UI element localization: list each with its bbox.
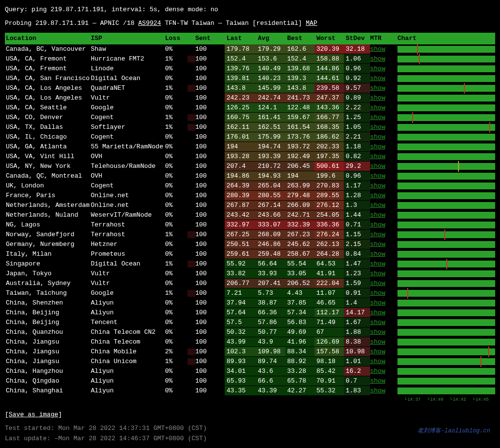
mtr-show-link[interactable]: show <box>370 123 385 131</box>
location-cell: NG, Lagos <box>5 220 91 230</box>
worst-cell: 500.61 <box>314 162 344 171</box>
last-cell: 57.5 <box>225 318 256 327</box>
last-cell: 242.23 <box>225 93 256 103</box>
location-cell: Taiwan, Taichung <box>5 288 91 298</box>
mtr-show-link[interactable]: show <box>370 221 385 228</box>
mtr-show-link[interactable]: show <box>370 231 385 238</box>
chart-bar <box>397 56 495 62</box>
hdr-loss: Loss <box>165 34 188 43</box>
mtr-show-link[interactable]: show <box>370 250 385 258</box>
avg-cell: 175.99 <box>256 132 285 142</box>
mtr-show-link[interactable]: show <box>370 45 385 53</box>
mtr-show-link[interactable]: show <box>370 153 385 160</box>
save-as-image-link[interactable]: Save as image <box>9 411 58 418</box>
mtr-show-link[interactable]: show <box>370 289 385 297</box>
as-link[interactable]: AS9924 <box>138 20 161 27</box>
mtr-show-link[interactable]: show <box>370 133 385 141</box>
chart-cell <box>397 329 495 336</box>
mtr-cell: show <box>370 386 395 396</box>
mtr-show-link[interactable]: show <box>370 348 385 355</box>
sent-cell: 100 <box>195 298 225 308</box>
last-cell: 89.93 <box>225 357 256 367</box>
avg-cell: 246.86 <box>256 240 285 249</box>
location-cell: China, Shenzhen <box>5 298 91 308</box>
chart-spike <box>417 44 418 55</box>
hdr-sent: Sent <box>195 34 225 43</box>
mtr-cell: show <box>370 171 395 181</box>
mtr-show-link[interactable]: show <box>370 182 385 189</box>
isp-cell: Vultr <box>91 279 165 288</box>
avg-cell: 259.48 <box>256 249 285 259</box>
isp-cell: QuadraNET <box>91 83 165 93</box>
sent-cell: 100 <box>195 162 225 171</box>
mtr-show-link[interactable]: show <box>370 338 385 346</box>
mtr-show-link[interactable]: show <box>370 270 385 277</box>
mtr-show-link[interactable]: show <box>370 104 385 111</box>
mtr-cell: show <box>370 298 395 308</box>
mtr-show-link[interactable]: show <box>370 163 385 170</box>
sent-cell: 100 <box>195 210 225 220</box>
stdev-cell: 1.01 <box>344 357 370 367</box>
mtr-show-link[interactable]: show <box>370 309 385 316</box>
table-row: USA, CO, DenverCogent1%100160.75161.4115… <box>5 113 495 122</box>
worst-cell: 239.58 <box>314 83 344 93</box>
mtr-show-link[interactable]: show <box>370 65 385 72</box>
mtr-show-link[interactable]: show <box>370 143 385 150</box>
worst-cell: 247.37 <box>314 93 344 103</box>
isp-cell: Cogent <box>91 132 165 142</box>
loss-cell: 0% <box>165 181 188 191</box>
mtr-show-link[interactable]: show <box>370 75 385 82</box>
mtr-show-link[interactable]: show <box>370 211 385 219</box>
last-cell: 250.51 <box>225 240 256 249</box>
map-link[interactable]: MAP <box>306 20 317 27</box>
sent-cell: 100 <box>195 288 225 298</box>
mtr-show-link[interactable]: show <box>370 172 385 180</box>
last-cell: 152.4 <box>225 54 256 64</box>
chart-bar <box>397 65 495 72</box>
location-cell: Netherlands, Nuland <box>5 210 91 220</box>
chart-cell <box>397 339 495 346</box>
loss-bar <box>188 183 195 189</box>
mtr-show-link[interactable]: show <box>370 192 385 199</box>
mtr-show-link[interactable]: show <box>370 387 385 394</box>
sent-cell: 100 <box>195 220 225 230</box>
location-cell: China, Shanghai <box>5 386 91 396</box>
last-cell: 126.25 <box>225 103 256 113</box>
sent-cell: 100 <box>195 240 225 249</box>
mtr-show-link[interactable]: show <box>370 280 385 287</box>
mtr-show-link[interactable]: show <box>370 202 385 209</box>
location-cell: China, Beijing <box>5 318 91 327</box>
mtr-show-link[interactable]: show <box>370 94 385 102</box>
avg-cell: 43.6 <box>256 367 285 376</box>
mtr-show-link[interactable]: show <box>370 328 385 336</box>
loss-bar <box>188 65 195 72</box>
table-row: Netherlands, NulandWeservIT/RamNode0%100… <box>5 210 495 220</box>
last-cell: 267.25 <box>225 230 256 240</box>
mtr-show-link[interactable]: show <box>370 55 385 62</box>
table-row: France, ParisOnline.net0%100280.39280.55… <box>5 191 495 201</box>
mtr-show-link[interactable]: show <box>370 260 385 267</box>
mtr-show-link[interactable]: show <box>370 319 385 326</box>
mtr-show-link[interactable]: show <box>370 84 385 92</box>
sent-cell: 100 <box>195 279 225 288</box>
table-row: Canada, BC, VancouverShaw0%100179.78179.… <box>5 44 495 54</box>
mtr-show-link[interactable]: show <box>370 114 385 121</box>
isp-cell: China Mobile <box>91 347 165 357</box>
avg-cell: 57.86 <box>256 318 285 327</box>
mtr-cell: show <box>370 220 395 230</box>
table-row: Japan, TokyoVultr0%10033.8233.9333.0541.… <box>5 269 495 279</box>
mtr-show-link[interactable]: show <box>370 299 385 306</box>
loss-bar <box>188 212 195 219</box>
isp-cell: Terrahost <box>91 220 165 230</box>
sent-cell: 100 <box>195 367 225 376</box>
watermark: 老刘博客-laoliublog.cn <box>417 427 490 435</box>
mtr-show-link[interactable]: show <box>370 367 385 375</box>
mtr-show-link[interactable]: show <box>370 241 385 248</box>
loss-cell: 2% <box>165 347 188 357</box>
sent-cell: 100 <box>195 54 225 64</box>
last-cell: 139.81 <box>225 74 256 83</box>
chart-bar <box>397 202 495 209</box>
mtr-show-link[interactable]: show <box>370 377 385 385</box>
mtr-show-link[interactable]: show <box>370 358 385 365</box>
worst-cell: 320.39 <box>314 44 344 54</box>
